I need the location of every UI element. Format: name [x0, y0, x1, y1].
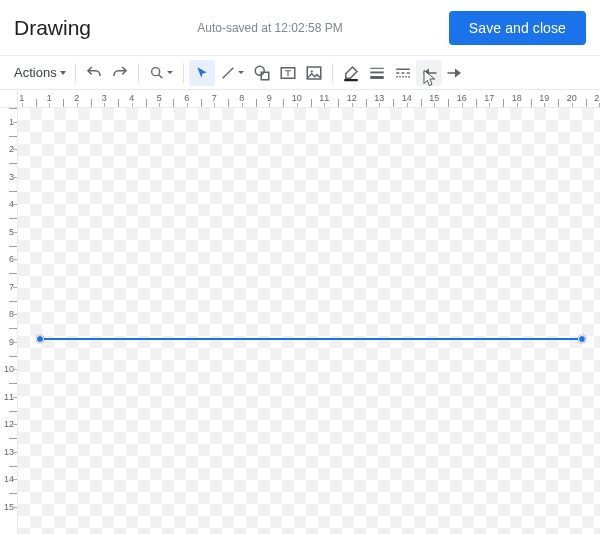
ruler-tick-minor — [49, 103, 50, 107]
ruler-label: 18 — [512, 93, 522, 103]
ruler-tick-minor — [379, 103, 380, 107]
line-end-handle[interactable] — [578, 335, 586, 343]
line-color-button[interactable] — [338, 60, 364, 86]
vertical-ruler[interactable]: 123456789101112131415 — [0, 108, 18, 534]
ruler-tick — [9, 273, 17, 274]
ruler-tick-minor — [159, 103, 160, 107]
ruler-label: 8 — [239, 93, 244, 103]
ruler-tick-minor — [214, 103, 215, 107]
ruler-tick — [118, 99, 119, 107]
svg-rect-19 — [405, 76, 407, 78]
separator — [138, 63, 139, 83]
ruler-tick — [9, 136, 17, 137]
ruler-tick — [9, 466, 17, 467]
save-and-close-button[interactable]: Save and close — [449, 11, 586, 45]
transparency-grid — [18, 108, 600, 534]
ruler-label: 15 — [429, 93, 439, 103]
ruler-tick — [586, 99, 587, 107]
ruler-tick — [9, 163, 17, 164]
ruler-label: 10 — [292, 93, 302, 103]
zoom-button[interactable] — [144, 60, 178, 86]
ruler-tick — [421, 99, 422, 107]
ruler-tick-minor — [13, 122, 17, 123]
ruler-tick-minor — [13, 149, 17, 150]
ruler-tick — [228, 99, 229, 107]
line-start-icon — [419, 64, 439, 82]
actions-menu-button[interactable]: Actions — [12, 60, 70, 86]
ruler-tick-minor — [544, 103, 545, 107]
line-start-handle[interactable] — [36, 335, 44, 343]
ruler-tick-minor — [352, 103, 353, 107]
ruler-tick — [173, 99, 174, 107]
svg-rect-18 — [402, 76, 404, 78]
textbox-icon — [279, 64, 297, 82]
ruler-label: 12 — [347, 93, 357, 103]
line-weight-icon — [368, 64, 386, 82]
ruler-tick — [146, 99, 147, 107]
ruler-tick — [503, 99, 504, 107]
ruler-tick — [9, 218, 17, 219]
textbox-tool-button[interactable] — [275, 60, 301, 86]
undo-button[interactable] — [81, 60, 107, 86]
ruler-tick-minor — [517, 103, 518, 107]
select-tool-button[interactable] — [189, 60, 215, 86]
ruler-tick — [9, 438, 17, 439]
ruler-tick — [476, 99, 477, 107]
ruler-label: 3 — [102, 93, 107, 103]
ruler-row: 1123456789101112131415161718192021 — [0, 90, 600, 108]
svg-point-0 — [151, 67, 159, 75]
zoom-icon — [149, 65, 165, 81]
ruler-tick-minor — [22, 103, 23, 107]
ruler-tick — [531, 99, 532, 107]
workspace: 123456789101112131415 — [0, 108, 600, 534]
ruler-label: 16 — [457, 93, 467, 103]
ruler-tick — [256, 99, 257, 107]
ruler-tick-minor — [407, 103, 408, 107]
svg-rect-11 — [370, 76, 384, 79]
svg-rect-14 — [401, 72, 404, 74]
svg-rect-9 — [370, 67, 384, 68]
ruler-tick-minor — [297, 103, 298, 107]
ruler-tick — [9, 246, 17, 247]
ruler-tick-minor — [572, 103, 573, 107]
ruler-tick-minor — [13, 452, 17, 453]
line-weight-button[interactable] — [364, 60, 390, 86]
line-tool-button[interactable] — [215, 60, 249, 86]
ruler-tick-minor — [77, 103, 78, 107]
ruler-tick-minor — [187, 103, 188, 107]
svg-line-1 — [158, 74, 162, 78]
image-tool-button[interactable] — [301, 60, 327, 86]
svg-rect-4 — [261, 72, 269, 80]
ruler-tick-minor — [13, 287, 17, 288]
separator — [75, 63, 76, 83]
toolbar: Actions — [0, 56, 600, 90]
ruler-tick — [366, 99, 367, 107]
ruler-tick-minor — [269, 103, 270, 107]
line-icon — [220, 65, 236, 81]
redo-button[interactable] — [107, 60, 133, 86]
svg-rect-8 — [344, 79, 358, 81]
line-dash-button[interactable] — [390, 60, 416, 86]
ruler-tick-minor — [13, 507, 17, 508]
ruler-tick-minor — [13, 314, 17, 315]
ruler-label: 14 — [402, 93, 412, 103]
ruler-tick — [393, 99, 394, 107]
ruler-tick-minor — [462, 103, 463, 107]
ruler-label: 20 — [567, 93, 577, 103]
horizontal-ruler[interactable]: 1123456789101112131415161718192021 — [18, 90, 600, 108]
drawing-canvas[interactable] — [18, 108, 600, 534]
svg-rect-10 — [370, 71, 384, 73]
ruler-tick-minor — [13, 177, 17, 178]
ruler-label: 1 — [19, 93, 24, 103]
ruler-tick — [63, 99, 64, 107]
dialog-title: Drawing — [14, 16, 91, 40]
line-start-button[interactable] — [416, 60, 442, 86]
shape-tool-button[interactable] — [249, 60, 275, 86]
ruler-tick — [558, 99, 559, 107]
ruler-label: 1 — [47, 93, 52, 103]
select-icon — [195, 66, 209, 80]
line-end-button[interactable] — [442, 60, 468, 86]
ruler-label: 19 — [539, 93, 549, 103]
selected-line-shape[interactable] — [40, 338, 582, 340]
ruler-tick — [311, 99, 312, 107]
